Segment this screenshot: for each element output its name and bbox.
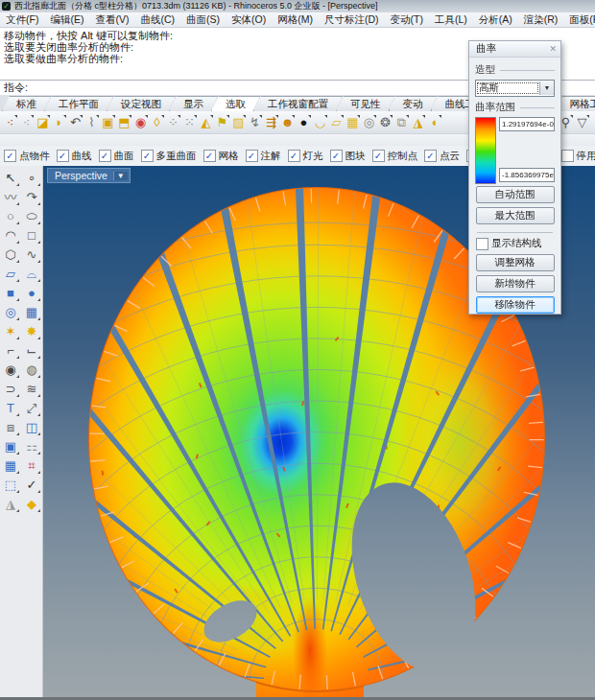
block-edit-icon[interactable]: ◫ [21, 418, 42, 437]
style-dropdown[interactable]: 高斯 ▼ [475, 80, 555, 97]
control-point-curve-icon[interactable]: ↷ [21, 188, 42, 207]
tab-可见性[interactable]: 可见性 [336, 96, 395, 111]
show-isocurves-checkbox[interactable]: 显示结构线 [476, 237, 555, 250]
select-cone-icon[interactable]: ◮ [410, 113, 426, 132]
menu-item[interactable]: 曲线(C) [134, 13, 180, 27]
boolean-union-icon[interactable]: ◉ [0, 361, 21, 380]
ellipse-icon[interactable]: ⬭ [21, 207, 42, 226]
add-objects-button[interactable]: 新增物件 [476, 275, 555, 292]
menu-item[interactable]: 实体(O) [226, 13, 272, 27]
auto-range-button[interactable]: 自动范围 [476, 186, 555, 203]
select-box-icon[interactable]: ⬒ [116, 113, 132, 132]
fillet-icon[interactable]: ⌐ [0, 341, 21, 361]
select-wheel-icon[interactable]: ❂ [377, 113, 393, 132]
selection-filter-icon[interactable]: ▽ [574, 113, 590, 132]
menu-item[interactable]: 分析(A) [473, 13, 518, 27]
text-icon[interactable]: T [0, 399, 21, 418]
select-plane-icon[interactable]: ▱ [328, 113, 345, 132]
box-icon[interactable]: ■ [0, 284, 21, 303]
array-grid-icon[interactable]: ▦ [0, 456, 21, 476]
explode-icon[interactable]: ✶ [0, 322, 21, 341]
filter-control-points[interactable]: ✓控制点 [372, 150, 418, 163]
select-open-polysurface-icon[interactable]: ◊ [149, 113, 165, 132]
tab-变动[interactable]: 变动 [389, 96, 438, 111]
torus-icon[interactable]: ◎ [0, 303, 21, 322]
select-control-points-icon[interactable]: ⇶ [263, 113, 279, 132]
surface-3pt-icon[interactable]: ▱ [0, 265, 21, 284]
tab-工作视窗配置[interactable]: 工作视窗配置 [253, 96, 343, 111]
dropdown-arrow-icon[interactable]: ▼ [539, 82, 554, 95]
select-mesh-icon[interactable]: ◭ [198, 113, 214, 132]
select-by-color-icon[interactable]: ◉ [132, 113, 149, 132]
array-vertical-icon[interactable]: ⌗ [21, 456, 42, 476]
menu-item[interactable]: 面板(P) [563, 13, 595, 27]
select-dots-icon[interactable]: ⁙ [181, 113, 198, 132]
circle-icon[interactable]: ○ [0, 207, 21, 226]
blend-curve-icon[interactable]: ≋ [21, 380, 42, 399]
select-volume-icon[interactable]: ◗ [51, 113, 67, 132]
remove-objects-button[interactable]: 移除物件 [476, 296, 555, 314]
menu-item[interactable]: 渲染(R) [518, 13, 564, 27]
offset-curve-icon[interactable]: ⊃ [0, 380, 21, 399]
check-selection-icon[interactable]: ✓ [21, 476, 42, 495]
viewport-tab-perspective[interactable]: Perspective ▼ [47, 168, 131, 183]
filter-annotations[interactable]: ✓注解 [246, 150, 281, 163]
viewport-menu-arrow-icon[interactable]: ▼ [113, 172, 128, 180]
pyramid-icon[interactable]: ◆ [21, 495, 42, 514]
panel-surface-icon[interactable]: ▦ [21, 303, 42, 322]
filter-polysurfaces[interactable]: ✓多重曲面 [141, 150, 197, 163]
menu-item[interactable]: 查看(V) [89, 13, 134, 27]
undo-selection-icon[interactable]: ↶ [67, 113, 83, 132]
menu-item[interactable]: 工具(L) [429, 13, 473, 27]
polygon-icon[interactable]: ⬡ [0, 245, 21, 265]
select-point-grid-icon[interactable]: ⁘ [165, 113, 181, 132]
menu-item[interactable]: 文件(F) [0, 13, 44, 27]
tab-工作平面[interactable]: 工作平面 [44, 96, 113, 111]
select-open-surface-icon[interactable]: ◡ [312, 113, 328, 132]
select-polyline-icon[interactable]: ↯ [247, 113, 263, 132]
group-icon[interactable]: ⬚ [0, 476, 21, 495]
filter-curves[interactable]: ✓曲线 [57, 150, 92, 163]
select-sphere-icon[interactable]: ● [296, 113, 312, 132]
chamfer-icon[interactable]: ⌙ [21, 341, 42, 361]
select-area-icon[interactable]: ◪ [35, 113, 51, 132]
menu-item[interactable]: 尺寸标注(D) [319, 13, 385, 27]
select-person-icon[interactable]: ☻ [279, 113, 296, 132]
select-spiral-icon[interactable]: ◎ [361, 113, 377, 132]
filter-point-clouds[interactable]: ✓点云 [424, 150, 460, 163]
lights-icon[interactable]: ⚏ [21, 437, 42, 456]
tab-显示[interactable]: 显示 [169, 96, 218, 111]
select-link-icon[interactable]: ⧉ [393, 113, 410, 132]
boolean-difference-icon[interactable]: ◍ [21, 361, 42, 380]
select-grid-icon[interactable]: ▦ [345, 113, 361, 132]
extract-surface-icon[interactable]: ✸ [21, 322, 42, 341]
curvature-max-input[interactable]: 1.29197694e-0 [499, 117, 555, 131]
rectangle-icon[interactable]: □ [21, 226, 42, 245]
solid-tools-icon[interactable]: ▣ [0, 437, 21, 456]
filter-lights[interactable]: ✓灯光 [288, 150, 323, 163]
filter-points[interactable]: ✓点物件 [4, 150, 50, 163]
curve-interpolate-icon[interactable]: 〰 [0, 188, 21, 207]
select-flag-icon[interactable]: ⚑ [214, 113, 230, 132]
pointer-arrow-icon[interactable]: ↖ [0, 169, 21, 188]
curvature-panel-header[interactable]: 曲率 ✕ [469, 41, 560, 58]
dimension-icon[interactable]: ⤢ [21, 399, 42, 418]
select-points-icon[interactable]: ⁖ [2, 113, 18, 132]
filter-meshes[interactable]: ✓网格 [203, 150, 239, 163]
sphere-icon[interactable]: ● [21, 284, 42, 303]
select-hatch-icon[interactable]: ▨ [230, 113, 247, 132]
max-range-button[interactable]: 最大范围 [476, 207, 555, 224]
adjust-mesh-button[interactable]: 调整网格 [476, 254, 555, 271]
tab-标准[interactable]: 标准 [2, 96, 51, 111]
menu-item[interactable]: 曲面(S) [180, 13, 226, 27]
select-more-icon[interactable]: ◖ [426, 113, 442, 132]
filter-surfaces[interactable]: ✓曲面 [99, 150, 134, 163]
select-by-id-icon[interactable]: ▣ [100, 113, 116, 132]
deselect-points-icon[interactable]: ⁖ [18, 113, 35, 132]
cone-icon[interactable]: ◮ [0, 495, 21, 514]
block-icon[interactable]: ⧈ [0, 418, 21, 437]
helix-icon[interactable]: ∿ [21, 245, 42, 265]
tab-选取[interactable]: 选取 [211, 96, 260, 111]
menu-item[interactable]: 变动(T) [385, 13, 429, 27]
menu-item[interactable]: 网格(M) [272, 13, 319, 27]
